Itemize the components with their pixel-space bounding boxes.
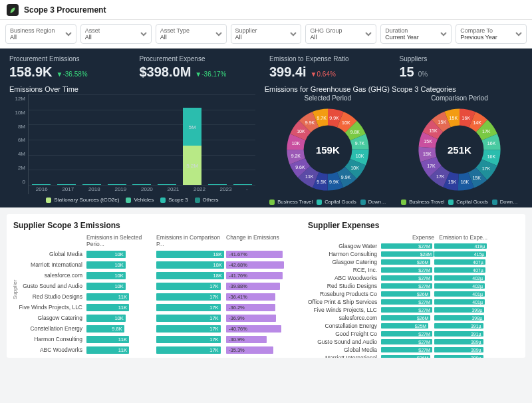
bar-2018[interactable]	[82, 184, 102, 185]
emissions-over-time-chart: Emissions Over Time 12M10M8M6M4M2M0 5.2M…	[9, 85, 255, 205]
table-row[interactable]: Gusto Sound and Audio 10K 17K -39.88%	[13, 281, 296, 291]
chevron-down-icon	[365, 31, 372, 37]
table-row[interactable]: salesforce.com 10K 18K -41.76%	[13, 270, 296, 281]
bar-2019[interactable]	[107, 184, 127, 185]
legend-item[interactable]: Others	[195, 197, 219, 203]
table-row[interactable]: Roseburg Products Co $26M 401µ	[308, 290, 519, 298]
table-row[interactable]: Red Studio Designs 11K 17K -36.41%	[13, 291, 296, 302]
chevron-down-icon	[65, 31, 72, 37]
kpi-emissions: Procurement Emissions 158.9K▼-36.58%	[9, 55, 133, 80]
svg-text:17K: 17K	[482, 129, 491, 134]
filter-asset[interactable]: AssetAll	[80, 24, 152, 44]
table-row[interactable]: Red Studio Designs $27M 402µ	[308, 282, 519, 290]
table-row[interactable]: Constellation Energy $25M 391µ	[308, 322, 519, 330]
svg-text:11K: 11K	[305, 174, 314, 179]
svg-text:16K: 16K	[461, 180, 469, 184]
bar-plot[interactable]: 5.2M5M 20162017201820192020202120222023-	[28, 94, 255, 194]
filter-supplier[interactable]: SupplierAll	[231, 24, 302, 44]
svg-text:15K: 15K	[450, 116, 458, 120]
bar-2017[interactable]	[57, 184, 76, 185]
legend-item[interactable]: Down…	[492, 199, 518, 205]
table-row[interactable]: Glasgow Catering $26M 407µ	[308, 258, 519, 266]
svg-text:16K: 16K	[487, 154, 496, 159]
supplier-expenses-table[interactable]: Supplier Expenses ExpenseEmission to Exp…	[308, 221, 519, 351]
svg-text:9.8K: 9.8K	[350, 130, 360, 134]
legend-item[interactable]: Scope 3	[160, 197, 188, 203]
bar-legend: Stationary Sources (tCO2e)VehiclesScope …	[9, 197, 255, 203]
leaf-icon	[7, 4, 19, 16]
bar-2021[interactable]	[157, 184, 177, 185]
svg-text:15K: 15K	[423, 152, 432, 156]
svg-text:9.9K: 9.9K	[341, 175, 351, 180]
table-row[interactable]: Glasgow Water $27M 419µ	[308, 242, 519, 250]
svg-text:10K: 10K	[297, 129, 305, 134]
filter-compare-to[interactable]: Compare ToPrevious Year	[456, 24, 527, 44]
chevron-down-icon	[290, 31, 297, 37]
svg-text:10K: 10K	[356, 154, 364, 158]
svg-text:14K: 14K	[473, 120, 481, 125]
bar-2022[interactable]: 5.2M5M	[182, 108, 202, 185]
table-row[interactable]: Five Winds Projects, LLC $27M 399µ	[308, 306, 519, 314]
svg-text:15K: 15K	[424, 139, 432, 144]
table-row[interactable]: ABC Woodworks $27M 402µ	[308, 274, 519, 282]
light-panel: Supplier Scope 3 Emissions Emissions in …	[7, 214, 525, 358]
donut-comparison[interactable]: Comparison Period 16K14K17K16K16K17K15K1…	[396, 94, 523, 205]
table-row[interactable]: Office Print & Ship Services $27M 401µ	[308, 298, 519, 306]
legend-item[interactable]: Business Travel	[401, 199, 444, 205]
table-row[interactable]: salesforce.com $26M 398µ	[308, 314, 519, 322]
legend-item[interactable]: Business Travel	[269, 199, 313, 205]
bar-2016[interactable]	[31, 184, 51, 185]
bar--[interactable]	[233, 184, 253, 185]
table-row[interactable]: Good Freight Co $27M 391µ	[308, 330, 519, 338]
table-row[interactable]: Global Media $27M 389µ	[308, 346, 519, 354]
legend-item[interactable]: Vehicles	[126, 197, 154, 203]
chevron-down-icon	[215, 31, 222, 37]
bar-2020[interactable]	[132, 184, 152, 185]
kpi-suppliers: Suppliers 150%	[400, 55, 523, 80]
ghg-donut-panel: Emissions for Greenhouse Gas (GHG) Scope…	[265, 85, 523, 205]
dark-panel: Procurement Emissions 158.9K▼-36.58% Pro…	[0, 49, 532, 207]
chevron-down-icon	[140, 31, 147, 37]
filter-asset-type[interactable]: Asset TypeAll	[156, 24, 227, 44]
svg-text:17K: 17K	[436, 174, 445, 179]
legend-item[interactable]: Stationary Sources (tCO2e)	[46, 197, 119, 203]
table-row[interactable]: Glasgow Catering 10K 17K -36.9%	[13, 313, 296, 323]
filter-business-region[interactable]: Business RegionAll	[5, 24, 76, 44]
filter-ghg-group[interactable]: GHG GroupAll	[305, 24, 376, 44]
svg-text:9.6K: 9.6K	[295, 165, 305, 170]
svg-text:9.9K: 9.9K	[329, 180, 339, 184]
table-row[interactable]: Gusto Sound and Audio $27M 389µ	[308, 338, 519, 346]
svg-text:10K: 10K	[292, 141, 301, 146]
chevron-down-icon	[515, 31, 522, 37]
svg-text:15K: 15K	[472, 176, 481, 180]
donut-selected[interactable]: Selected Period 9.9K10K9.8K9.7K10K10K9.9…	[265, 94, 391, 205]
table-row[interactable]: Harmon Consulting 11K 17K -30.9%	[13, 334, 296, 344]
table-row[interactable]: Global Media 10K 18K -41.67%	[13, 249, 296, 259]
filter-bar: Business RegionAll AssetAll Asset TypeAl…	[0, 20, 532, 49]
table-row[interactable]: Harmon Consulting $28M 415µ	[308, 250, 519, 258]
svg-text:9.9K: 9.9K	[329, 116, 339, 120]
svg-text:15K: 15K	[448, 180, 457, 184]
svg-text:16K: 16K	[462, 116, 470, 120]
kpi-ratio: Emission to Expense Ratio 399.4i▼0.64%	[269, 55, 393, 80]
svg-text:9.5K: 9.5K	[317, 180, 327, 184]
table-row[interactable]: ABC Woodworks 11K 17K -35.3%	[13, 344, 296, 355]
supplier-emissions-table[interactable]: Supplier Scope 3 Emissions Emissions in …	[13, 221, 296, 351]
svg-text:16K: 16K	[487, 141, 496, 146]
table-row[interactable]: Marriott International 10K 18K -42.68%	[13, 259, 296, 270]
legend-item[interactable]: Capital Goods	[317, 199, 356, 205]
svg-text:10K: 10K	[350, 166, 359, 170]
y-axis: 12M10M8M6M4M2M0	[9, 94, 28, 194]
table-row[interactable]: Constellation Energy 9.8K 17K -40.76%	[13, 323, 296, 334]
svg-text:9.2K: 9.2K	[291, 154, 301, 158]
table-row[interactable]: Five Winds Projects, LLC 11K 17K -36.2%	[13, 302, 296, 313]
legend-item[interactable]: Down…	[360, 199, 386, 205]
svg-text:10K: 10K	[342, 120, 350, 125]
svg-text:17K: 17K	[482, 166, 491, 171]
svg-text:17K: 17K	[427, 164, 436, 168]
table-row[interactable]: RCE, Inc. $27M 407µ	[308, 266, 519, 274]
filter-duration[interactable]: DurationCurrent Year	[380, 24, 452, 44]
table-row[interactable]: Marriott International $26M 389µ	[308, 354, 519, 358]
legend-item[interactable]: Capital Goods	[448, 199, 488, 205]
bar-2023[interactable]	[207, 184, 227, 185]
